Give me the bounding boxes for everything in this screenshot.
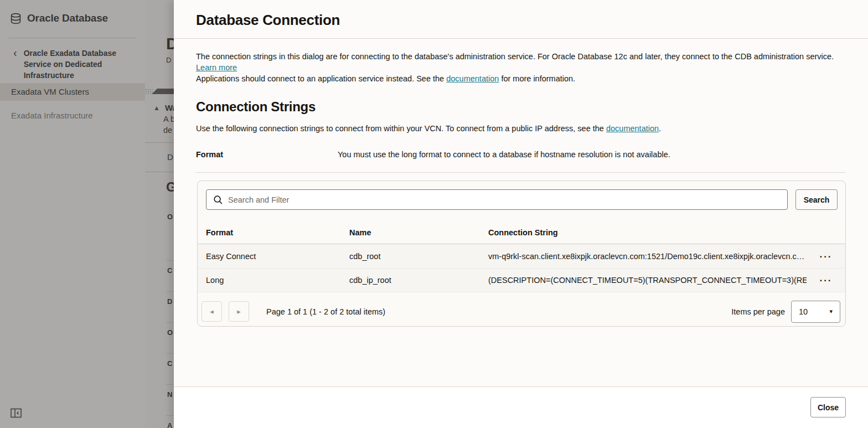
- next-page-button[interactable]: ▸: [229, 301, 249, 322]
- apps-sentence-post: for more information.: [501, 74, 575, 83]
- pagination-bar: ◂ ▸ Page 1 of 1 (1 - 2 of 2 total items)…: [202, 301, 840, 322]
- search-button[interactable]: Search: [795, 189, 838, 210]
- modal-dim-overlay: [0, 0, 174, 428]
- search-box: [206, 189, 788, 210]
- format-info-row: Format You must use the long format to c…: [196, 150, 846, 159]
- dialog-footer: Close: [174, 386, 868, 428]
- row-actions-menu-icon[interactable]: ···: [807, 245, 845, 269]
- format-description: You must use the long format to connect …: [338, 150, 846, 159]
- column-header-format: Format: [206, 228, 349, 237]
- documentation-link[interactable]: documentation: [606, 124, 659, 133]
- database-connection-dialog: Database Connection The connection strin…: [174, 0, 868, 428]
- search-row: Search: [206, 189, 838, 210]
- column-header-name: Name: [349, 228, 488, 237]
- search-icon: [213, 195, 223, 205]
- table-row: Long cdb_ip_root (DESCRIPTION=(CONNECT_T…: [198, 269, 845, 292]
- cell-format: Long: [206, 276, 349, 285]
- dialog-header: Database Connection: [174, 0, 868, 39]
- section-desc-pre: Use the following connection strings to …: [196, 124, 604, 133]
- section-desc-post: .: [659, 124, 661, 133]
- connection-strings-heading: Connection Strings: [196, 99, 316, 115]
- connection-strings-card: Search Format Name Connection String Eas…: [197, 181, 846, 327]
- cell-name: cdb_ip_root: [349, 276, 488, 285]
- row-actions-menu-icon[interactable]: ···: [807, 269, 845, 292]
- items-per-page-value: 10: [799, 307, 808, 316]
- cell-connection-string: vm-q9rkl-scan.client.xe8ixpjk.oraclevcn.…: [488, 252, 807, 261]
- intro-text: The connection strings in this dialog ar…: [196, 52, 834, 61]
- learn-more-link[interactable]: Learn more: [196, 63, 237, 72]
- table-row: Easy Connect cdb_root vm-q9rkl-scan.clie…: [198, 245, 845, 269]
- pagination-summary: Page 1 of 1 (1 - 2 of 2 total items): [266, 307, 385, 316]
- documentation-link[interactable]: documentation: [446, 74, 499, 83]
- items-per-page-select[interactable]: 10 ▾: [791, 301, 840, 323]
- chevron-down-icon: ▾: [829, 308, 833, 315]
- connection-strings-description: Use the following connection strings to …: [196, 124, 846, 133]
- table-header: Format Name Connection String: [198, 221, 845, 244]
- cell-connection-string: (DESCRIPTION=(CONNECT_TIMEOUT=5)(TRANSPO…: [488, 276, 807, 285]
- cell-name: cdb_root: [349, 252, 488, 261]
- apps-sentence-pre: Applications should connect to an applic…: [196, 74, 444, 83]
- previous-page-button[interactable]: ◂: [202, 301, 222, 322]
- dialog-intro: The connection strings in this dialog ar…: [196, 51, 846, 85]
- dialog-title: Database Connection: [196, 12, 340, 29]
- cell-format: Easy Connect: [206, 252, 349, 261]
- close-button[interactable]: Close: [810, 397, 846, 417]
- search-input[interactable]: [228, 195, 781, 204]
- column-header-connection-string: Connection String: [488, 228, 807, 237]
- divider: [196, 172, 846, 173]
- format-label: Format: [196, 150, 338, 159]
- items-per-page-label: Items per page: [731, 307, 785, 316]
